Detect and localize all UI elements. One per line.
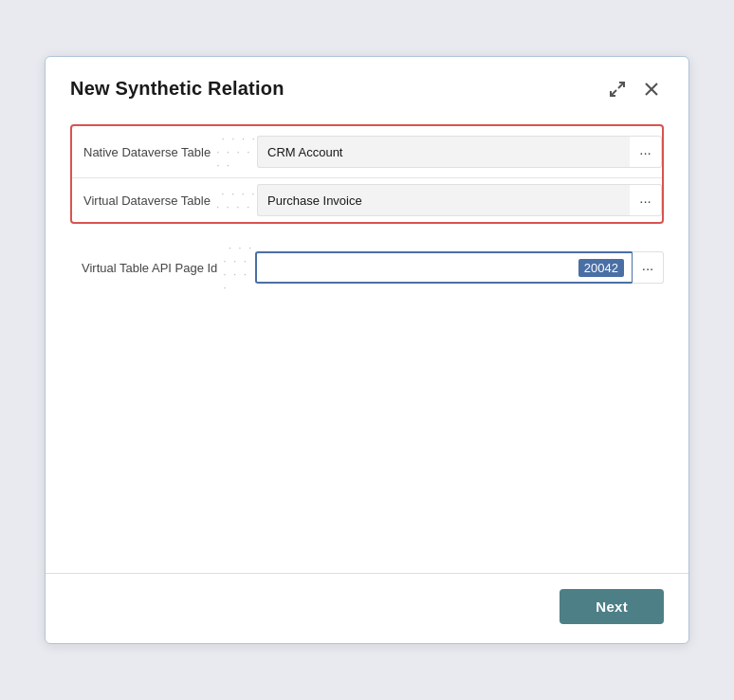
native-table-value-wrapper: ··· xyxy=(257,136,662,168)
native-table-dots-button[interactable]: ··· xyxy=(630,136,662,168)
api-page-id-label: Virtual Table API Page Id · · · · · · · … xyxy=(70,241,255,294)
header-actions xyxy=(605,79,664,100)
dialog-footer: Next xyxy=(46,573,688,643)
next-button[interactable]: Next xyxy=(560,589,664,624)
dialog-body: Native Dataverse Table · · · · · · · · ·… xyxy=(46,115,688,573)
dialog-title: New Synthetic Relation xyxy=(70,78,284,100)
api-page-id-value-wrapper: 20042 ··· xyxy=(255,251,664,284)
virtual-table-value-wrapper: ··· xyxy=(257,184,662,216)
api-page-id-input-container: 20042 xyxy=(255,251,632,284)
expand-icon xyxy=(609,81,626,98)
close-button[interactable] xyxy=(639,79,664,100)
native-table-input[interactable] xyxy=(257,136,630,168)
api-page-id-dots-button[interactable]: ··· xyxy=(632,251,664,284)
virtual-table-dots-button[interactable]: ··· xyxy=(630,184,662,216)
virtual-table-row: Virtual Dataverse Table · · · · · · · · … xyxy=(72,178,662,222)
native-table-label: Native Dataverse Table · · · · · · · · ·… xyxy=(72,132,257,172)
native-table-row: Native Dataverse Table · · · · · · · · ·… xyxy=(72,126,662,178)
dialog: New Synthetic Relation xyxy=(45,56,689,644)
close-icon xyxy=(643,81,660,98)
api-page-id-selected-value[interactable]: 20042 xyxy=(578,259,624,277)
api-page-id-row: Virtual Table API Page Id · · · · · · · … xyxy=(70,237,664,298)
dialog-header: New Synthetic Relation xyxy=(46,57,688,115)
virtual-table-label: Virtual Dataverse Table · · · · · · · · xyxy=(72,187,257,213)
form-bordered-section: Native Dataverse Table · · · · · · · · ·… xyxy=(70,124,664,224)
virtual-table-input[interactable] xyxy=(257,184,630,216)
expand-button[interactable] xyxy=(605,79,630,100)
